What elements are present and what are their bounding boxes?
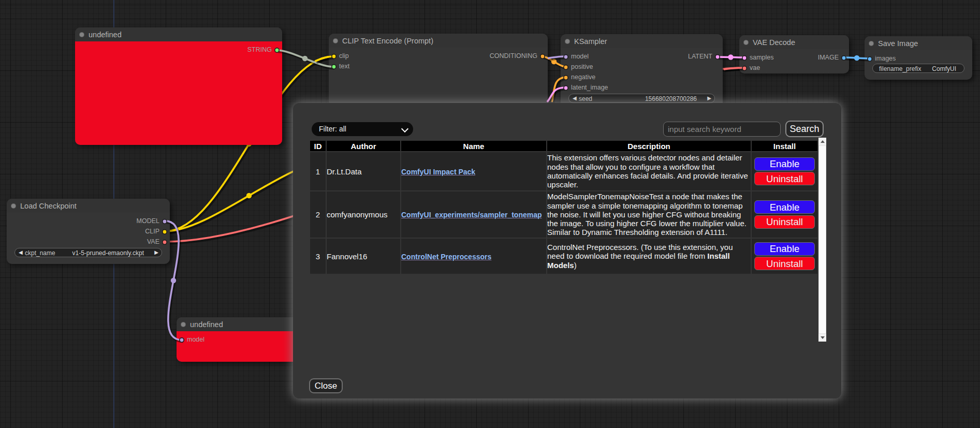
table-scrollbar[interactable] — [818, 138, 826, 342]
extension-description: ControlNet Preprocessors. (To use this e… — [547, 239, 751, 274]
extension-id: 2 — [310, 191, 326, 238]
output-slot-label: CONDITIONING — [490, 52, 537, 60]
widget-right-arrow-icon[interactable]: ▶ — [154, 249, 158, 255]
input-slot-label: model — [571, 53, 589, 60]
node-titlebar[interactable]: VAE Decode — [739, 35, 849, 49]
enable-button[interactable]: Enable — [754, 157, 815, 171]
extension-id: 1 — [310, 152, 326, 190]
widget-seed[interactable]: ◀▶seed156680208700286 — [568, 94, 715, 103]
node-collapse-dot[interactable] — [181, 322, 186, 327]
widget-name: seed — [579, 95, 592, 102]
search-button[interactable]: Search — [785, 121, 824, 137]
search-input[interactable] — [663, 122, 781, 137]
input-slot-label: model — [187, 336, 204, 343]
extension-install-cell: EnableUninstall — [752, 239, 817, 274]
node-title: undefined — [190, 320, 223, 329]
widget-value: v1-5-pruned-emaonly.ckpt — [72, 249, 144, 257]
node-save-image[interactable]: Save Imageimagesfilename_prefixComfyUI — [865, 36, 972, 80]
widget-left-arrow-icon[interactable]: ◀ — [573, 95, 577, 101]
extension-author: Fannovel16 — [327, 239, 400, 274]
input-slot-label: vae — [750, 64, 760, 71]
extension-author: comfyanonymous — [327, 191, 400, 238]
node-collapse-dot[interactable] — [869, 41, 874, 46]
input-slot-label: negative — [571, 73, 595, 81]
enable-button[interactable]: Enable — [754, 242, 815, 256]
output-slot-label: VAE — [147, 238, 159, 245]
node-collapse-dot[interactable] — [565, 39, 570, 44]
node-vae-decode[interactable]: VAE DecodesamplesvaeIMAGE — [739, 35, 849, 73]
extension-link[interactable]: ComfyUI_experiments/sampler_tonemap — [401, 211, 542, 219]
widget-value: 156680208700286 — [645, 95, 697, 102]
node-collapse-dot[interactable] — [333, 38, 338, 43]
input-slot-label: positive — [571, 63, 593, 70]
node-titlebar[interactable]: Load Checkpoint — [7, 199, 170, 213]
output-slot-label: MODEL — [137, 217, 159, 225]
column-header-description: Description — [547, 141, 751, 151]
output-slot-label: STRING — [247, 46, 272, 53]
extensions-table: IDAuthorNameDescriptionInstall 1Dr.Lt.Da… — [309, 140, 818, 275]
widget-left-arrow-icon[interactable]: ◀ — [19, 249, 23, 255]
extension-description: This extension offers various detector n… — [547, 152, 751, 190]
column-header-author: Author — [327, 141, 400, 151]
node-undefined-1[interactable]: undefinedSTRING — [75, 27, 282, 145]
chevron-down-icon — [401, 125, 408, 132]
extension-row: 3Fannovel16ControlNet PreprocessorsContr… — [310, 239, 817, 274]
scrollbar-thumb[interactable] — [818, 145, 826, 334]
node-titlebar[interactable]: CLIP Text Encode (Prompt) — [329, 34, 548, 48]
widget-ckpt_name[interactable]: ◀▶ckpt_namev1-5-pruned-emaonly.ckpt — [14, 248, 162, 257]
node-title: CLIP Text Encode (Prompt) — [342, 37, 433, 45]
node-load-checkpoint[interactable]: Load CheckpointMODELCLIPVAE◀▶ckpt_namev1… — [7, 199, 170, 264]
extension-row: 2comfyanonymousComfyUI_experiments/sampl… — [310, 191, 817, 238]
output-slot-label: IMAGE — [818, 54, 839, 61]
scrollbar-down-arrow-icon[interactable] — [818, 334, 826, 342]
extension-link[interactable]: ComfyUI Impact Pack — [401, 168, 475, 176]
node-clip-text-encode[interactable]: CLIP Text Encode (Prompt)cliptextCONDITI… — [329, 34, 548, 106]
output-slot-label: CLIP — [145, 228, 159, 235]
node-title: Save Image — [878, 39, 918, 48]
node-title: VAE Decode — [753, 38, 795, 47]
extension-author: Dr.Lt.Data — [327, 152, 400, 190]
input-slot-label: images — [875, 55, 896, 62]
input-slot-label: latent_image — [571, 84, 608, 91]
comfyui-app: undefinedSTRINGCLIP Text Encode (Prompt)… — [0, 0, 980, 428]
extension-row: 1Dr.Lt.DataComfyUI Impact PackThis exten… — [310, 152, 817, 190]
extension-description: ModelSamplerTonemapNoiseTest a node that… — [547, 191, 751, 238]
filter-dropdown-label: Filter: all — [319, 125, 346, 133]
widget-value: ComfyUI — [932, 65, 956, 72]
widget-name: filename_prefix — [879, 65, 921, 72]
node-titlebar[interactable]: KSampler — [561, 34, 723, 48]
uninstall-button[interactable]: Uninstall — [754, 257, 815, 270]
widget-right-arrow-icon[interactable]: ▶ — [707, 95, 711, 101]
node-title: Load Checkpoint — [20, 202, 77, 210]
filter-dropdown[interactable]: Filter: all — [312, 122, 413, 136]
uninstall-button[interactable]: Uninstall — [754, 215, 815, 229]
uninstall-button[interactable]: Uninstall — [754, 172, 815, 185]
input-slot-label: samples — [750, 54, 774, 61]
extension-install-cell: EnableUninstall — [752, 191, 817, 238]
column-header-id: ID — [310, 141, 326, 151]
extension-link[interactable]: ControlNet Preprocessors — [401, 253, 491, 261]
close-button[interactable]: Close — [309, 378, 343, 393]
output-slot-label: LATENT — [688, 53, 712, 60]
extensions-table-container: IDAuthorNameDescriptionInstall 1Dr.Lt.Da… — [309, 140, 833, 343]
enable-button[interactable]: Enable — [754, 200, 815, 214]
extension-id: 3 — [310, 239, 326, 274]
widget-filename_prefix[interactable]: filename_prefixComfyUI — [872, 64, 964, 73]
input-slot-label: text — [339, 63, 349, 70]
column-header-name: Name — [401, 141, 546, 151]
node-collapse-dot[interactable] — [79, 32, 84, 37]
node-ksampler[interactable]: KSamplermodelpositivenegativelatent_imag… — [561, 34, 723, 112]
input-slot-label: clip — [339, 52, 349, 60]
node-title: KSampler — [574, 37, 607, 46]
node-collapse-dot[interactable] — [11, 203, 16, 209]
node-titlebar[interactable]: Save Image — [865, 36, 972, 50]
node-title: undefined — [89, 31, 122, 39]
scrollbar-up-arrow-icon[interactable] — [818, 138, 826, 145]
node-collapse-dot[interactable] — [743, 40, 749, 45]
column-header-install: Install — [752, 141, 817, 151]
widget-name: ckpt_name — [25, 249, 55, 257]
extension-install-cell: EnableUninstall — [752, 152, 817, 190]
node-titlebar[interactable]: undefined — [75, 27, 282, 41]
node-body — [75, 41, 282, 145]
comfyui-manager-dialog: Filter: all Search IDAuthorNameDescripti… — [293, 103, 841, 399]
